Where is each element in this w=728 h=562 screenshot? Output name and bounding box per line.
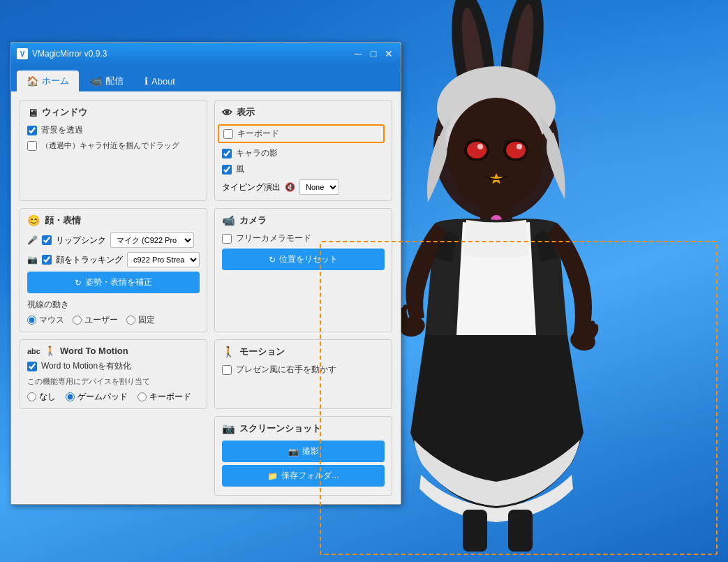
tab-about-label: About [151, 76, 175, 87]
drag-label: （透過中）キャラ付近を掴んでドラッグ [41, 140, 179, 151]
wind-row: 風 [222, 163, 385, 175]
svg-rect-18 [463, 510, 487, 552]
bg-transparent-label: 背景を透過 [41, 124, 83, 136]
tab-about[interactable]: ℹ About [135, 71, 185, 91]
camera-tab-icon: 📹 [90, 75, 102, 87]
display-section-header: 👁 表示 [222, 106, 385, 119]
gaze-mouse-item: マウス [27, 314, 64, 326]
wtm-header: abc 🚶 Word To Motion [27, 346, 200, 356]
drag-checkbox[interactable] [27, 141, 37, 151]
wtm-gamepad-radio[interactable] [66, 392, 75, 401]
reset-position-button[interactable]: ↻ 位置をリセット [222, 249, 385, 270]
face-tracking-row: 📷 顔をトラッキング c922 Pro Strea [27, 252, 200, 267]
close-button[interactable]: ✕ [382, 47, 395, 60]
reset-icon: ↻ [269, 255, 276, 265]
presentation-checkbox[interactable] [222, 365, 232, 375]
about-icon: ℹ [144, 75, 148, 87]
mic-icon: 🎤 [27, 235, 38, 245]
wtm-keyboard-radio[interactable] [138, 392, 147, 401]
lip-sync-row: 🎤 リップシンク マイク (C922 Pro [27, 232, 200, 248]
svg-point-12 [517, 144, 522, 149]
camera-section-header: 📹 カメラ [222, 214, 385, 227]
wind-checkbox[interactable] [222, 165, 232, 175]
gaze-radio-row: マウス ユーザー 固定 [27, 314, 200, 326]
gaze-fixed-radio[interactable] [126, 316, 135, 325]
svg-point-10 [506, 142, 526, 158]
gaze-fixed-label: 固定 [138, 314, 155, 326]
motion-section-title: モーション [239, 346, 285, 358]
bg-transparent-row: 背景を透過 [27, 124, 200, 136]
typing-label: タイピング演出 [222, 182, 281, 193]
free-camera-label: フリーカメラモード [236, 232, 311, 244]
window-title: VMagicMirror v0.9.3 [32, 49, 107, 59]
wtm-none-radio[interactable] [27, 392, 36, 401]
drag-row: （透過中）キャラ付近を掴んでドラッグ [27, 140, 200, 151]
typing-select[interactable]: None [299, 179, 339, 195]
display-icon: 👁 [222, 107, 232, 119]
capture-button[interactable]: 📷 撮影 [222, 441, 385, 462]
wtm-none-item: なし [27, 391, 56, 403]
gaze-mouse-label: マウス [39, 314, 64, 326]
abc-icon: abc [27, 347, 40, 355]
display-section-title: 表示 [237, 106, 255, 119]
display-keyboard-checkbox[interactable] [223, 129, 233, 139]
folder-button[interactable]: 📁 保存フォルダ... [222, 465, 385, 487]
chara-shadow-row: キャラの影 [222, 147, 385, 159]
bg-transparent-checkbox[interactable] [27, 126, 37, 135]
tab-home-label: ホーム [42, 75, 69, 87]
tab-home[interactable]: 🏠 ホーム [17, 71, 79, 91]
correct-posture-button[interactable]: ↻ 姿勢・表情を補正 [27, 272, 200, 293]
wtm-gamepad-label: ゲームパッド [77, 391, 128, 403]
tab-bar: 🏠 ホーム 📹 配信 ℹ About [11, 65, 401, 91]
screenshot-section-title: スクリーンショット [239, 422, 321, 435]
wind-label: 風 [236, 163, 244, 175]
face-tracking-device-select[interactable]: c922 Pro Strea [127, 252, 200, 267]
face-section-title: 顔・表情 [45, 214, 81, 227]
window-section-icon: 🖥 [27, 107, 38, 119]
gaze-mouse-radio[interactable] [27, 316, 36, 325]
wtm-enable-checkbox[interactable] [27, 362, 37, 371]
gaze-label: 視線の動き [27, 299, 200, 311]
chara-shadow-label: キャラの影 [236, 147, 278, 159]
screenshot-section-header: 📷 スクリーンショット [222, 422, 385, 435]
free-camera-checkbox[interactable] [222, 234, 232, 244]
svg-point-9 [467, 142, 486, 158]
minimize-button[interactable]: ─ [352, 47, 364, 60]
folder-icon: 📁 [267, 471, 278, 481]
face-tracking-checkbox[interactable] [42, 255, 52, 265]
face-section: 😊 顔・表情 🎤 リップシンク マイク (C922 Pro 📷 顔をトラッキング… [20, 208, 207, 332]
wtm-none-label: なし [39, 391, 56, 403]
presentation-row: プレゼン風に右手を動かす [222, 364, 385, 376]
wtm-enable-label: Word to Motionを有効化 [41, 360, 131, 372]
wtm-sub-label: この機能専用にデバイスを割り当て [27, 376, 200, 387]
motion-icon: 🚶 [222, 346, 235, 358]
home-icon: 🏠 [27, 75, 38, 87]
chara-shadow-checkbox[interactable] [222, 149, 232, 158]
lip-sync-device-select[interactable]: マイク (C922 Pro [110, 232, 194, 248]
gaze-user-radio[interactable] [73, 316, 82, 325]
wtm-section: abc 🚶 Word To Motion Word to Motionを有効化 … [20, 339, 207, 409]
free-camera-row: フリーカメラモード [222, 232, 385, 244]
gaze-user-item: ユーザー [73, 314, 118, 326]
window-section-title: ウィンドウ [42, 106, 87, 119]
motion-section-header: 🚶 モーション [222, 346, 385, 358]
lip-sync-label: リップシンク [56, 235, 106, 246]
svg-point-11 [477, 144, 483, 149]
display-keyboard-row: キーボード [218, 124, 385, 143]
wtm-enable-row: Word to Motionを有効化 [27, 360, 200, 372]
window-controls: ─ □ ✕ [352, 47, 395, 60]
maximize-button[interactable]: □ [367, 47, 380, 60]
window-section-header: 🖥 ウィンドウ [27, 106, 200, 119]
title-bar: V VMagicMirror v0.9.3 ─ □ ✕ [11, 43, 401, 65]
capture-icon: 📷 [288, 447, 299, 457]
webcam-icon: 📷 [27, 255, 38, 265]
screenshot-icon: 📷 [222, 422, 235, 435]
lip-sync-checkbox[interactable] [42, 235, 52, 245]
tab-streaming[interactable]: 📹 配信 [80, 71, 133, 91]
window-section: 🖥 ウィンドウ 背景を透過 （透過中）キャラ付近を掴んでドラッグ [20, 100, 207, 201]
face-tracking-label: 顔をトラッキング [56, 254, 123, 266]
svg-rect-19 [508, 510, 533, 552]
app-icon: V [17, 48, 28, 59]
wtm-keyboard-item: キーボード [138, 391, 191, 403]
wtm-gamepad-item: ゲームパッド [66, 391, 128, 403]
